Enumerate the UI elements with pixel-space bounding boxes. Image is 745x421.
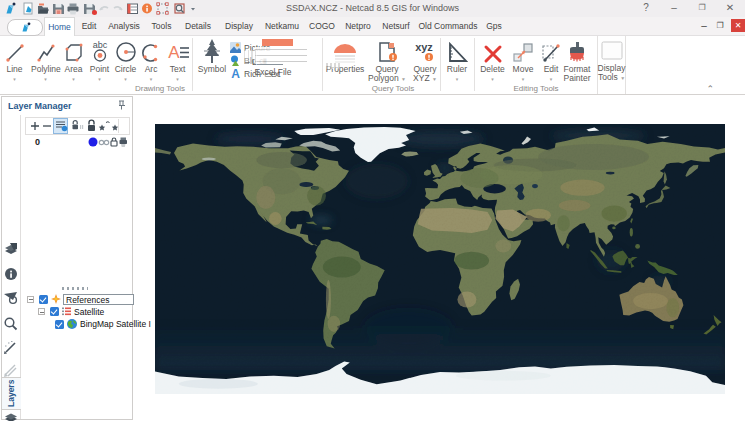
- svg-text:A: A: [168, 43, 180, 62]
- svg-text:abc: abc: [92, 40, 107, 50]
- svg-text:xyz: xyz: [415, 41, 433, 53]
